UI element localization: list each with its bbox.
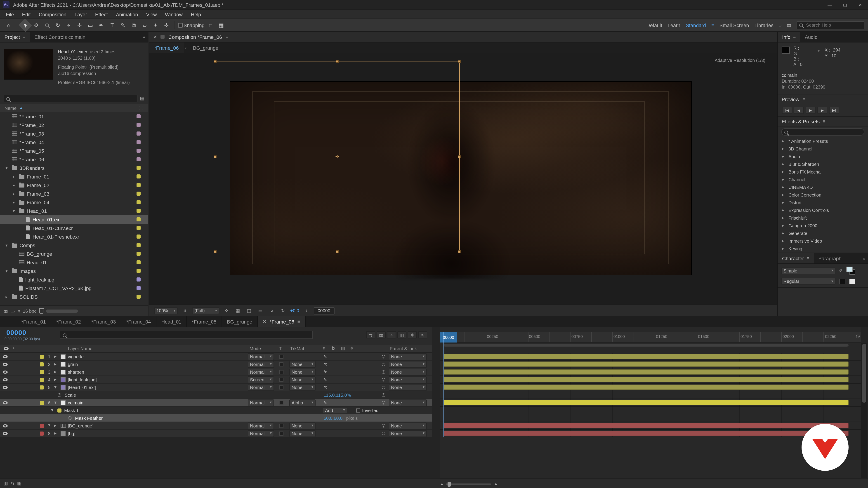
handle-w[interactable] xyxy=(214,155,217,158)
effects-search-input[interactable] xyxy=(781,128,864,135)
panel-menu-icon[interactable]: ≡ xyxy=(802,97,805,101)
label-chip[interactable] xyxy=(40,431,44,435)
current-frame-field[interactable]: 00000 xyxy=(314,307,335,314)
timeline-tab[interactable]: *Frame_03 xyxy=(86,316,121,327)
effects-category[interactable]: ▸Channel xyxy=(778,176,868,184)
timeline-tab[interactable]: *Frame_01 xyxy=(16,316,51,327)
t-switch[interactable] xyxy=(279,355,283,359)
twirl-open-icon[interactable]: ▾ xyxy=(54,384,57,391)
layer-name[interactable]: grain xyxy=(68,361,78,368)
layer-name[interactable]: [bg] xyxy=(68,430,75,437)
name-column-label[interactable]: Name xyxy=(4,105,17,110)
parent-select[interactable]: None▾ xyxy=(389,430,427,437)
eyedropper-icon[interactable]: ✐ xyxy=(839,268,843,273)
tab-scroll-icon[interactable]: ‹ xyxy=(184,45,188,50)
mask-row[interactable]: ▾ Mask 1 Add▾ Inverted xyxy=(0,407,432,414)
motion-blur-icon[interactable]: ❖ xyxy=(408,331,417,338)
new-folder-icon[interactable]: ▭ xyxy=(11,309,15,313)
pick-whip-icon[interactable]: ◎ xyxy=(381,399,385,406)
twirl-closed-icon[interactable]: ▸ xyxy=(4,294,9,299)
t-switch[interactable] xyxy=(279,378,283,382)
previous-frame-button[interactable]: ◀ xyxy=(794,107,804,114)
label-chip[interactable] xyxy=(40,355,44,359)
layer-name-column[interactable]: Layer Name xyxy=(68,346,92,351)
new-comp-icon[interactable]: ⌗ xyxy=(18,309,20,313)
trkmat-select[interactable]: None▾ xyxy=(289,361,315,367)
menu-edit[interactable]: Edit xyxy=(18,11,35,17)
label-chip[interactable] xyxy=(136,217,141,221)
tab-audio[interactable]: Audio xyxy=(800,32,822,42)
layer-row[interactable]: 2 ▸ grain Normal▾ None▾ fx ◎ None▾ xyxy=(0,361,432,368)
draft-3d-icon[interactable]: ▦ xyxy=(377,331,385,338)
pan-behind-tool-icon[interactable]: ✛ xyxy=(74,21,85,30)
label-chip[interactable] xyxy=(136,200,141,204)
layer-row[interactable]: 8 ▸ [bg] Normal▾ None▾ ◎ None▾ xyxy=(0,430,432,437)
menu-view[interactable]: View xyxy=(142,11,161,17)
handle-e[interactable] xyxy=(458,155,461,158)
trkmat-select[interactable]: None▾ xyxy=(289,376,315,383)
twirl-icon[interactable]: ▸ xyxy=(54,422,57,429)
trkmat-select[interactable]: None▾ xyxy=(289,368,315,375)
fx-badge[interactable]: fx xyxy=(324,376,327,383)
layer-row[interactable]: 7 ▸ [BG_grunge] Normal▾ None▾ ◎ None▾ xyxy=(0,422,432,430)
pick-whip-icon[interactable]: ◎ xyxy=(381,376,385,383)
trkmat-select[interactable]: None▾ xyxy=(289,422,315,429)
timeline-search-input[interactable] xyxy=(60,331,313,339)
pick-whip-icon[interactable]: ◎ xyxy=(381,430,385,437)
adaptive-resolution-button[interactable]: Adaptive Resolution (1/3) xyxy=(715,58,765,63)
label-chip[interactable] xyxy=(136,131,141,135)
hand-tool-icon[interactable]: ✥ xyxy=(31,21,41,30)
toggle-blend-icon[interactable]: ▥ xyxy=(4,481,8,486)
trash-icon[interactable] xyxy=(39,309,43,313)
fx-badge[interactable]: fx xyxy=(324,384,327,391)
twirl-closed-icon[interactable]: ▸ xyxy=(11,183,17,187)
handle-sw[interactable] xyxy=(214,250,217,253)
refresh-icon[interactable]: ↻ xyxy=(279,307,287,314)
layer-row[interactable]: 5 ▾ [Head_01.exr] Normal▾ None▾ fx ◎ Non… xyxy=(0,384,432,391)
effects-category[interactable]: ▸Expression Controls xyxy=(778,206,868,214)
eye-icon[interactable] xyxy=(3,401,8,404)
workspace-overflow-icon[interactable]: » xyxy=(779,23,781,27)
panel-menu-icon[interactable]: ≡ xyxy=(823,119,826,124)
label-chip[interactable] xyxy=(136,252,141,256)
effects-category[interactable]: ▸Keying xyxy=(778,245,868,253)
project-item-folder[interactable]: ▸Frame_02 xyxy=(0,181,148,189)
twirl-closed-icon[interactable]: ▸ xyxy=(11,191,17,196)
effects-category[interactable]: ▸* Animation Presets xyxy=(778,137,868,145)
pen-tool-icon[interactable]: ✒ xyxy=(96,21,106,30)
effects-category[interactable]: ▸CINEMA 4D xyxy=(778,184,868,191)
parent-select[interactable]: None▾ xyxy=(389,353,427,360)
twirl-open-icon[interactable]: ▾ xyxy=(4,243,9,248)
panel-menu-icon[interactable]: ≡ xyxy=(225,35,228,39)
zoom-out-icon[interactable]: ▴ xyxy=(441,482,443,486)
twirl-open-icon[interactable]: ▾ xyxy=(11,208,17,213)
project-item-footage[interactable]: light_leak.jpg xyxy=(0,275,148,284)
first-frame-button[interactable]: |◀ xyxy=(782,107,792,114)
layer-duration-bar[interactable] xyxy=(443,369,848,375)
workspace-bar-icon[interactable]: ▦ xyxy=(787,23,791,27)
effects-category[interactable]: ▸Boris FX Mocha xyxy=(778,168,868,176)
next-frame-button[interactable]: ▶ xyxy=(817,107,827,114)
filter-icon[interactable]: ▦ xyxy=(140,96,144,101)
label-chip[interactable] xyxy=(136,174,141,178)
fill-swatch[interactable] xyxy=(849,279,855,284)
parent-select[interactable]: None▾ xyxy=(389,376,427,383)
snap-options-icon[interactable]: ⌗ xyxy=(206,21,215,30)
clone-stamp-tool-icon[interactable]: ⧉ xyxy=(129,21,139,30)
project-item-folder[interactable]: ▸Frame_03 xyxy=(0,189,148,198)
effects-category[interactable]: ▸Color Correction xyxy=(778,191,868,199)
brush-tool-icon[interactable]: ✎ xyxy=(118,21,128,30)
current-time-field[interactable]: 00000 xyxy=(6,328,26,336)
workspace-learn[interactable]: Learn xyxy=(668,22,680,28)
comp-marker-icon[interactable]: ◷ xyxy=(856,334,860,338)
help-search-input[interactable] xyxy=(797,21,864,29)
twirl-closed-icon[interactable]: ▸ xyxy=(11,174,17,179)
current-time-indicator[interactable]: 00000 xyxy=(440,332,457,343)
panel-overflow-icon[interactable]: » xyxy=(860,253,868,263)
label-chip[interactable] xyxy=(136,140,141,144)
scale-value[interactable]: 115.0,115.0% xyxy=(324,391,351,398)
feather-value[interactable]: 60.0,60.0 xyxy=(324,416,342,420)
snapping-checkbox[interactable] xyxy=(178,23,183,27)
label-chip[interactable] xyxy=(40,378,44,382)
property-row-scale[interactable]: ◷ Scale 115.0,115.0% ◎ xyxy=(0,391,432,399)
